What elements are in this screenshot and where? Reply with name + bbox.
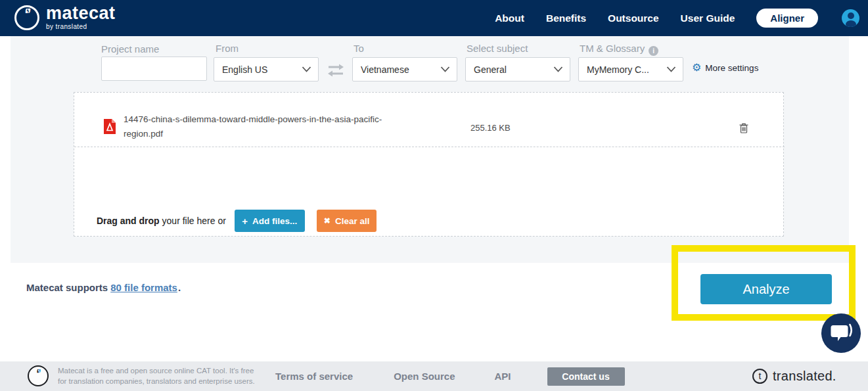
formats-note-prefix: Matecat supports	[26, 282, 108, 293]
x-icon: ✖	[324, 217, 331, 225]
matecat-footer-icon: ‘’	[28, 365, 49, 386]
avatar-body-shape	[846, 20, 856, 27]
footer-description-line1: Matecat is a free and open source online…	[58, 366, 255, 377]
subject-select[interactable]: General	[465, 57, 570, 81]
nav-link-about[interactable]: About	[495, 12, 524, 24]
more-settings-label: More settings	[705, 63, 758, 73]
formats-note-suffix: .	[178, 282, 181, 293]
target-language-select[interactable]: Vietnamese	[352, 57, 457, 81]
tm-glossary-value: MyMemory C...	[579, 64, 666, 75]
top-navbar: ‘’ matecat by translated About Benefits …	[0, 0, 868, 36]
tm-glossary-label-text: TM & Glossary	[580, 43, 645, 54]
api-link[interactable]: API	[494, 371, 511, 382]
file-formats-link[interactable]: 80 file formats	[110, 282, 177, 293]
uploaded-file-row: 14476-china-s-dilemma-toward-middle-powe…	[74, 111, 785, 147]
target-language-value: Vietnamese	[353, 64, 440, 75]
translated-wordmark: translated.	[773, 369, 836, 384]
page: ‘’ matecat by translated About Benefits …	[0, 0, 868, 391]
brand-text: matecat by translated	[46, 5, 116, 30]
file-name: 14476-china-s-dilemma-toward-middle-powe…	[124, 112, 417, 141]
delete-file-icon[interactable]	[739, 123, 748, 136]
project-name-label: Project name	[101, 43, 159, 55]
chat-widget-button[interactable]	[821, 313, 861, 353]
file-size: 255.16 KB	[470, 123, 511, 133]
drag-and-drop-text: Drag and drop your file here or	[97, 216, 226, 226]
footer: ‘’ Matecat is a free and open source onl…	[0, 361, 868, 391]
aligner-button[interactable]: Aligner	[756, 9, 818, 28]
quote-glyph-right: ’	[38, 368, 40, 379]
dropzone-controls: Drag and drop your file here or + Add fi…	[97, 210, 377, 232]
add-files-button[interactable]: + Add files...	[235, 210, 305, 232]
chevron-down-icon	[302, 66, 311, 72]
matecat-logo[interactable]: ‘’ matecat by translated	[14, 5, 116, 30]
brand-tagline: by translated	[46, 23, 116, 30]
clear-all-label: Clear all	[335, 216, 370, 226]
user-avatar-icon[interactable]	[842, 9, 859, 27]
clear-all-button[interactable]: ✖ Clear all	[317, 210, 377, 232]
more-settings-button[interactable]: ⚙ More settings	[692, 62, 758, 73]
source-language-value: English US	[214, 64, 302, 75]
drag-bold-text: Drag and drop	[97, 216, 160, 226]
open-source-link[interactable]: Open Source	[394, 371, 455, 382]
from-label: From	[216, 43, 239, 54]
subject-value: General	[466, 64, 553, 75]
subject-label: Select subject	[467, 43, 528, 54]
nav-links: About Benefits Outsource User Guide Alig…	[495, 0, 818, 36]
tm-glossary-select[interactable]: MyMemory C...	[578, 57, 683, 81]
nav-link-user-guide[interactable]: User Guide	[681, 12, 735, 24]
translated-t-icon: t	[752, 369, 767, 384]
translated-logo[interactable]: t translated.	[752, 361, 836, 391]
nav-link-outsource[interactable]: Outsource	[608, 12, 659, 24]
add-files-label: Add files...	[252, 216, 297, 226]
quote-glyph-right: ’	[27, 7, 30, 22]
chevron-down-icon	[553, 66, 563, 72]
contact-us-button[interactable]: Contact us	[547, 367, 625, 386]
chat-bubble-icon	[829, 323, 853, 344]
tm-glossary-label: TM & Glossaryi	[580, 43, 658, 56]
avatar-head-shape	[848, 12, 854, 19]
brand-name: matecat	[46, 5, 116, 22]
footer-links: Terms of service Open Source API Contact…	[275, 361, 625, 391]
file-dropzone[interactable]: 14476-china-s-dilemma-toward-middle-powe…	[74, 92, 784, 237]
swap-languages-icon[interactable]	[327, 64, 345, 77]
chevron-down-icon	[666, 66, 676, 72]
footer-description: Matecat is a free and open source online…	[58, 366, 255, 386]
to-label: To	[354, 43, 364, 54]
chevron-down-icon	[440, 66, 450, 72]
file-formats-note: Matecat supports80 file formats.	[26, 282, 181, 293]
pdf-file-icon	[103, 118, 116, 137]
drag-rest-text: your file here or	[160, 216, 226, 226]
analyze-button[interactable]: Analyze	[700, 274, 832, 304]
terms-of-service-link[interactable]: Terms of service	[275, 371, 353, 382]
info-icon[interactable]: i	[649, 46, 658, 56]
plus-icon: +	[242, 216, 248, 226]
matecat-quotes-icon: ‘’	[14, 5, 39, 30]
source-language-select[interactable]: English US	[214, 57, 319, 81]
footer-description-line2: for translation companies, translators a…	[58, 377, 255, 387]
project-name-input[interactable]	[101, 57, 207, 81]
nav-link-benefits[interactable]: Benefits	[546, 12, 586, 24]
gear-icon: ⚙	[692, 62, 701, 73]
